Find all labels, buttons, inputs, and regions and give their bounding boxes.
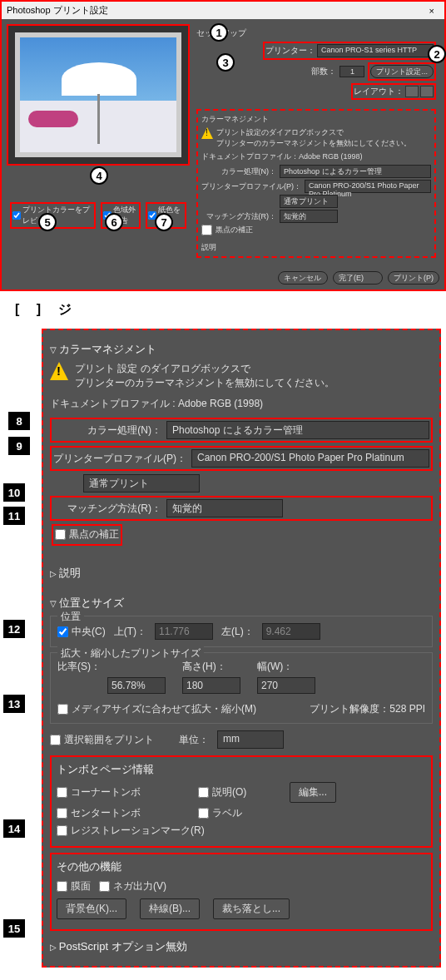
- neg-check[interactable]: ネガ出力(V): [99, 879, 166, 893]
- bpc-check-s[interactable]: 黒点の補正: [201, 225, 253, 235]
- callout-8: 8: [8, 412, 30, 430]
- callout-10: 10: [3, 483, 25, 502]
- color-handling-select-s[interactable]: Photoshop によるカラー管理: [280, 165, 431, 178]
- other-box: その他の機能 膜面 ネガ出力(V) 背景色(K)... 枠線(B)... 裁ち落…: [50, 853, 433, 931]
- mid-caption: [ ] ジ: [0, 291, 446, 329]
- print-mode-select[interactable]: 通常プリント: [83, 474, 200, 492]
- printer-profile-select[interactable]: Canon PRO-200/S1 Photo Paper Pro Platinu…: [191, 449, 429, 468]
- cm-header: カラーマネジメント: [201, 114, 431, 125]
- callout-4: 4: [90, 166, 108, 185]
- callout-15: 15: [3, 919, 25, 938]
- desc-section[interactable]: 説明: [50, 566, 433, 581]
- warn-line1: プリント 設定 のダイアログボックスで: [75, 362, 334, 376]
- warning-icon: [201, 127, 213, 139]
- center-mark-check[interactable]: センタートンボ: [57, 806, 190, 820]
- bleed-button[interactable]: 裁ち落とし...: [213, 898, 290, 919]
- pos-size-section[interactable]: 位置とサイズ: [50, 596, 433, 611]
- callout-5: 5: [38, 213, 57, 231]
- callout-12: 12: [3, 620, 25, 638]
- callout-3: 3: [216, 53, 235, 72]
- photo-preview-image: [15, 32, 181, 157]
- callout-13: 13: [3, 695, 25, 713]
- layout-label: レイアウト：: [354, 86, 404, 97]
- desc-check[interactable]: 説明(O): [198, 785, 281, 799]
- window-title: Photoshop プリント設定: [7, 4, 108, 17]
- desc-s: 説明: [201, 242, 431, 253]
- callout-11: 11: [3, 507, 25, 525]
- close-icon[interactable]: ×: [424, 6, 439, 16]
- print-preview: [7, 24, 190, 166]
- sel-print-check[interactable]: 選択範囲をプリント: [50, 733, 154, 747]
- render-intent-select-s[interactable]: 知覚的: [280, 210, 338, 223]
- render-intent-row: マッチング方法(R)： 知覚的: [50, 496, 433, 521]
- setup-header: セットアップ: [196, 27, 436, 39]
- warn-line2: プリンターのカラーマネジメントを無効にしてください。: [75, 376, 334, 390]
- reg-check[interactable]: レジストレーションマーク(R): [57, 824, 205, 838]
- border-button[interactable]: 枠線(B)...: [140, 898, 200, 919]
- callout-14: 14: [3, 819, 25, 838]
- emulsion-check[interactable]: 膜面: [57, 879, 91, 893]
- marks-box: トンボとページ情報 コーナートンボ 説明(O) 編集... センタートンボ ラベ…: [50, 755, 433, 848]
- label-check[interactable]: ラベル: [198, 806, 242, 820]
- dialog-footer: キャンセル 完了(E) プリント(P): [2, 266, 444, 290]
- printer-profile-row: プリンタープロファイル(P)： Canon PRO-200/S1 Photo P…: [50, 446, 433, 471]
- copies-label: 部数：: [311, 66, 336, 77]
- print-mode-select-s[interactable]: 通常プリント: [280, 195, 338, 208]
- callout-2: 2: [428, 45, 446, 63]
- width-input[interactable]: [257, 677, 315, 694]
- done-button[interactable]: 完了(E): [333, 271, 383, 285]
- cancel-button[interactable]: キャンセル: [278, 271, 328, 285]
- doc-profile: ドキュメントプロファイル : Adobe RGB (1998): [50, 397, 433, 411]
- top-input[interactable]: [155, 623, 213, 640]
- print-dialog: Photoshop プリント設定 × プリントカラーをプレビュー 色域外警告 紙…: [0, 0, 446, 291]
- unit-select[interactable]: mm: [217, 730, 284, 749]
- other-title: その他の機能: [57, 859, 426, 874]
- corner-check[interactable]: コーナートンボ: [57, 785, 190, 799]
- printer-select[interactable]: Canon PRO-S1 series HTTP: [317, 44, 434, 57]
- marks-title: トンボとページ情報: [57, 762, 426, 777]
- copies-input[interactable]: [339, 66, 364, 77]
- render-intent-select[interactable]: 知覚的: [166, 499, 283, 517]
- ppi-label: プリント解像度：528 PPI: [310, 702, 425, 716]
- print-button[interactable]: プリント(P): [388, 271, 439, 285]
- cm-warn1: プリント設定のダイアログボックスで: [216, 127, 411, 138]
- height-input[interactable]: [182, 677, 240, 694]
- callout-1: 1: [210, 23, 228, 42]
- callout-6: 6: [105, 213, 123, 231]
- scale-input[interactable]: [107, 677, 166, 694]
- warning-icon: [50, 362, 68, 380]
- left-input[interactable]: [262, 623, 320, 640]
- print-settings-button[interactable]: プリント設定...: [370, 65, 434, 78]
- printer-profile-select-s[interactable]: Canon PRO-200/S1 Photo Paper Pro Platinu…: [305, 180, 431, 193]
- cm-warn2: プリンターのカラーマネジメントを無効にしてください。: [216, 138, 411, 149]
- bpc-check[interactable]: 黒点の補正: [55, 527, 119, 542]
- color-handling-row: カラー処理(N)： Photoshop によるカラー管理: [50, 418, 433, 443]
- edit-button[interactable]: 編集...: [290, 782, 336, 803]
- callout-7: 7: [155, 213, 173, 231]
- detail-panel: カラーマネジメント プリント 設定 のダイアログボックスで プリンターのカラーマ…: [42, 329, 441, 968]
- color-mgmt-section-small: カラーマネジメント プリント設定のダイアログボックスで プリンターのカラーマネジ…: [196, 109, 436, 258]
- fit-media-check[interactable]: メディアサイズに合わせて拡大・縮小(M): [57, 702, 256, 716]
- scale-group: 拡大・縮小したプリントサイズ 比率(S)： 高さ(H)： 幅(W)： メディアサ…: [50, 652, 433, 724]
- printer-label: プリンター：: [265, 45, 315, 57]
- landscape-icon[interactable]: [420, 86, 434, 97]
- titlebar: Photoshop プリント設定 ×: [2, 2, 444, 19]
- cm-title[interactable]: カラーマネジメント: [50, 342, 433, 357]
- position-group: 位置 中央(C) 上(T)： 左(L)：: [50, 616, 433, 647]
- color-handling-select[interactable]: Photoshop によるカラー管理: [166, 421, 429, 439]
- bg-button[interactable]: 背景色(K)...: [57, 898, 126, 919]
- ps-section[interactable]: PostScript オプション無効: [50, 939, 433, 954]
- callout-9: 9: [8, 437, 30, 455]
- portrait-icon[interactable]: [405, 86, 419, 97]
- center-check[interactable]: 中央(C): [57, 625, 106, 639]
